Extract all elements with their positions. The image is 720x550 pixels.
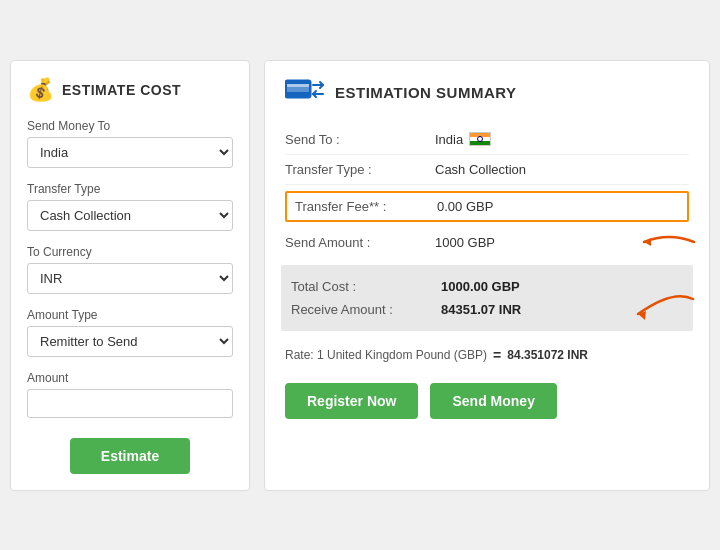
receive-amount-value: 84351.07 INR	[441, 302, 521, 317]
transfer-type-label: Transfer Type	[27, 182, 233, 196]
rate-label: Rate: 1 United Kingdom Pound (GBP)	[285, 348, 487, 362]
receive-amount-row: Receive Amount : 84351.07 INR	[291, 298, 683, 321]
send-money-button[interactable]: Send Money	[430, 383, 556, 419]
send-money-to-select[interactable]: India	[27, 137, 233, 168]
total-cost-row: Total Cost : 1000.00 GBP	[291, 275, 683, 298]
bag-icon: 💰	[27, 77, 54, 103]
transfer-type-row: Transfer Type : Cash Collection	[285, 155, 689, 185]
send-money-to-group: Send Money To India	[27, 119, 233, 168]
transfer-icon	[285, 77, 325, 109]
rate-eq: =	[493, 347, 501, 363]
register-now-button[interactable]: Register Now	[285, 383, 418, 419]
total-cost-value: 1000.00 GBP	[441, 279, 520, 294]
receive-amount-label: Receive Amount :	[291, 302, 441, 317]
svg-rect-2	[287, 84, 309, 87]
receive-amount-arrow	[633, 289, 698, 329]
amount-group: Amount 1000	[27, 371, 233, 418]
india-flag-icon	[469, 132, 491, 146]
main-container: 💰 ESTIMATE COST Send Money To India Tran…	[10, 60, 710, 491]
transfer-fee-label: Transfer Fee** :	[295, 199, 437, 214]
total-cost-label: Total Cost :	[291, 279, 441, 294]
send-amount-row: Send Amount : 1000 GBP	[285, 228, 689, 257]
transfer-type-summary-value: Cash Collection	[435, 162, 526, 177]
send-to-value: India	[435, 132, 491, 147]
right-panel: ESTIMATION SUMMARY Send To : India Trans…	[264, 60, 710, 491]
left-panel-header: 💰 ESTIMATE COST	[27, 77, 233, 103]
rate-value: 84.351072 INR	[507, 348, 588, 362]
right-panel-header: ESTIMATION SUMMARY	[285, 77, 689, 109]
transfer-type-summary-label: Transfer Type :	[285, 162, 435, 177]
transfer-type-group: Transfer Type Cash Collection	[27, 182, 233, 231]
send-amount-arrow	[639, 227, 699, 257]
amount-type-group: Amount Type Remitter to Send	[27, 308, 233, 357]
amount-input[interactable]: 1000	[27, 389, 233, 418]
transfer-type-select[interactable]: Cash Collection	[27, 200, 233, 231]
estimate-button[interactable]: Estimate	[70, 438, 190, 474]
left-panel: 💰 ESTIMATE COST Send Money To India Tran…	[10, 60, 250, 491]
transfer-fee-value: 0.00 GBP	[437, 199, 493, 214]
send-money-to-label: Send Money To	[27, 119, 233, 133]
amount-type-select[interactable]: Remitter to Send	[27, 326, 233, 357]
send-to-row: Send To : India	[285, 125, 689, 155]
to-currency-select[interactable]: INR	[27, 263, 233, 294]
svg-marker-5	[644, 238, 651, 246]
amount-type-label: Amount Type	[27, 308, 233, 322]
transfer-fee-row: Transfer Fee** : 0.00 GBP	[285, 191, 689, 222]
to-currency-label: To Currency	[27, 245, 233, 259]
send-amount-value: 1000 GBP	[435, 235, 495, 250]
left-panel-title: ESTIMATE COST	[62, 82, 181, 98]
amount-label: Amount	[27, 371, 233, 385]
highlighted-section: Total Cost : 1000.00 GBP Receive Amount …	[281, 265, 693, 331]
right-panel-title: ESTIMATION SUMMARY	[335, 84, 517, 101]
send-to-label: Send To :	[285, 132, 435, 147]
action-buttons: Register Now Send Money	[285, 383, 689, 419]
to-currency-group: To Currency INR	[27, 245, 233, 294]
send-amount-label: Send Amount :	[285, 235, 435, 250]
rate-row: Rate: 1 United Kingdom Pound (GBP) = 84.…	[285, 339, 689, 373]
